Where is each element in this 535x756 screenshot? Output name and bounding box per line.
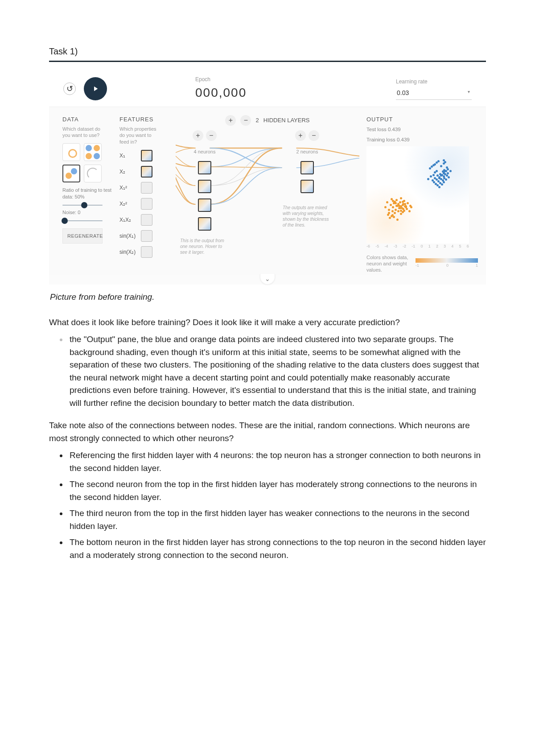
output-title: OUTPUT [366, 115, 478, 124]
layer2-caption: 2 neurons [296, 148, 318, 156]
training-loss: Training loss 0.439 [366, 136, 478, 144]
feature-thumb [141, 198, 152, 210]
output-plot: 6543210-1-2-3-4-5-6 [366, 146, 469, 244]
dataset-xor[interactable] [84, 143, 102, 161]
data-column: DATA Which dataset do you want to use? R… [62, 115, 112, 273]
data-subtitle: Which dataset do you want to use? [62, 126, 103, 139]
playground-topbar: ↺ Epoch 000,000 Learning rate 0.03 [49, 70, 486, 107]
figure-caption: Picture from before training. [50, 291, 486, 304]
ratio-label: Ratio of training to test data: 50% [62, 187, 112, 200]
noise-label: Noise: 0 [62, 209, 112, 216]
neuron-note: This is the output from one neuron. Hove… [180, 238, 229, 255]
network-column: + − 2 HIDDEN LAYERS [176, 115, 359, 273]
answer-1-bullet: the "Output" pane, the blue and orange d… [68, 333, 486, 409]
dataset-circle[interactable] [62, 143, 80, 161]
answer-2-bullet: The third neuron from the top in the fir… [68, 507, 486, 533]
feature-thumb [141, 182, 152, 194]
feature-x1sq[interactable]: X₁² [119, 182, 169, 194]
remove-neuron-button[interactable]: − [309, 130, 319, 141]
neuron[interactable] [198, 180, 211, 193]
feature-label: X₁² [119, 184, 137, 192]
layer-columns: + − 4 neurons This is the output from on… [176, 130, 359, 255]
test-loss: Test loss 0.439 [366, 126, 478, 133]
neuron[interactable] [198, 161, 211, 174]
ratio-slider[interactable] [62, 205, 103, 206]
feature-label: X₁ [119, 152, 137, 160]
feature-x2sq[interactable]: X₂² [119, 198, 169, 210]
task-heading: Task 1) [49, 45, 486, 58]
feature-sinx2[interactable]: sin(X₂) [119, 246, 169, 258]
feature-x1[interactable]: X₁ [119, 150, 169, 161]
question-2: Take note also of the connections betwee… [49, 419, 486, 445]
features-subtitle: Which properties do you want to feed in? [119, 126, 160, 146]
legend-mid: 0 [446, 263, 449, 269]
legend-text: Colors shows data, neuron and weight val… [366, 254, 411, 273]
dataset-spiral[interactable] [84, 165, 102, 182]
playground-figure: ↺ Epoch 000,000 Learning rate 0.03 DATA … [49, 70, 486, 285]
layer1-caption: 4 neurons [194, 148, 216, 156]
answer-2-bullet: The bottom neuron in the first hidden la… [68, 536, 486, 562]
feature-thumb [141, 230, 152, 242]
epoch-value: 000,000 [195, 83, 247, 102]
add-neuron-button[interactable]: + [193, 130, 203, 141]
feature-thumb [141, 214, 152, 226]
feature-label: sin(X₂) [119, 248, 137, 256]
legend-max: 1 [476, 263, 478, 269]
legend-min: -1 [416, 263, 419, 269]
feature-thumb [141, 166, 152, 178]
noise-slider[interactable] [62, 220, 103, 221]
task-divider [49, 61, 486, 62]
feature-thumb [141, 150, 152, 161]
expand-toggle[interactable]: ⌄ [260, 274, 275, 285]
hidden-layers-bar: + − 2 HIDDEN LAYERS [176, 115, 359, 126]
learning-rate-label: Learning rate [396, 78, 472, 86]
remove-layer-button[interactable]: − [240, 115, 251, 126]
neuron[interactable] [300, 180, 314, 193]
features-column: FEATURES Which properties do you want to… [119, 115, 169, 273]
epoch-label: Epoch [195, 75, 247, 83]
play-button[interactable] [84, 77, 107, 100]
output-legend: Colors shows data, neuron and weight val… [366, 254, 478, 273]
dataset-grid [62, 143, 112, 182]
answer-2-bullet: The second neuron from the top in the fi… [68, 478, 486, 504]
learning-rate-select[interactable]: 0.03 [396, 86, 472, 100]
reset-button[interactable]: ↺ [63, 83, 76, 95]
output-column: OUTPUT Test loss 0.439 Training loss 0.4… [366, 115, 478, 273]
answer-2-bullet: Referencing the first hidden layer with … [68, 449, 486, 475]
neuron[interactable] [300, 161, 314, 174]
hidden-label: HIDDEN LAYERS [263, 116, 310, 125]
feature-label: X₂² [119, 200, 137, 208]
legend-gradient [416, 258, 478, 263]
question-1: What does it look like before training? … [49, 316, 486, 329]
features-title: FEATURES [119, 115, 169, 124]
neuron[interactable] [198, 217, 211, 231]
add-layer-button[interactable]: + [225, 115, 236, 126]
feature-sinx1[interactable]: sin(X₁) [119, 230, 169, 242]
feature-x1x2[interactable]: X₁X₂ [119, 214, 169, 226]
hidden-count: 2 [255, 116, 259, 125]
answer-1-list: the "Output" pane, the blue and orange d… [68, 333, 486, 409]
hidden-layer-2: + − 2 neurons The outputs are mixed with… [283, 130, 332, 255]
feature-label: X₂ [119, 168, 137, 176]
weights-note: The outputs are mixed with varying weigh… [283, 205, 332, 228]
regenerate-button[interactable]: REGENERATE [62, 228, 103, 244]
epoch-block: Epoch 000,000 [195, 75, 247, 102]
answer-2-list: Referencing the first hidden layer with … [68, 449, 486, 562]
feature-label: X₁X₂ [119, 216, 137, 224]
output-x-axis: -6-5-4-3-2-10123456 [366, 244, 469, 250]
add-neuron-button[interactable]: + [295, 130, 306, 141]
hidden-layer-1: + − 4 neurons This is the output from on… [180, 130, 229, 255]
feature-label: sin(X₁) [119, 232, 137, 240]
neuron[interactable] [198, 198, 211, 212]
learning-rate-block: Learning rate 0.03 [396, 78, 472, 100]
play-icon [91, 85, 99, 93]
data-title: DATA [62, 115, 112, 124]
feature-x2[interactable]: X₂ [119, 166, 169, 178]
dataset-gaussian[interactable] [62, 165, 80, 182]
feature-thumb [141, 246, 152, 258]
remove-neuron-button[interactable]: − [206, 130, 217, 141]
playground-body: DATA Which dataset do you want to use? R… [49, 107, 486, 275]
